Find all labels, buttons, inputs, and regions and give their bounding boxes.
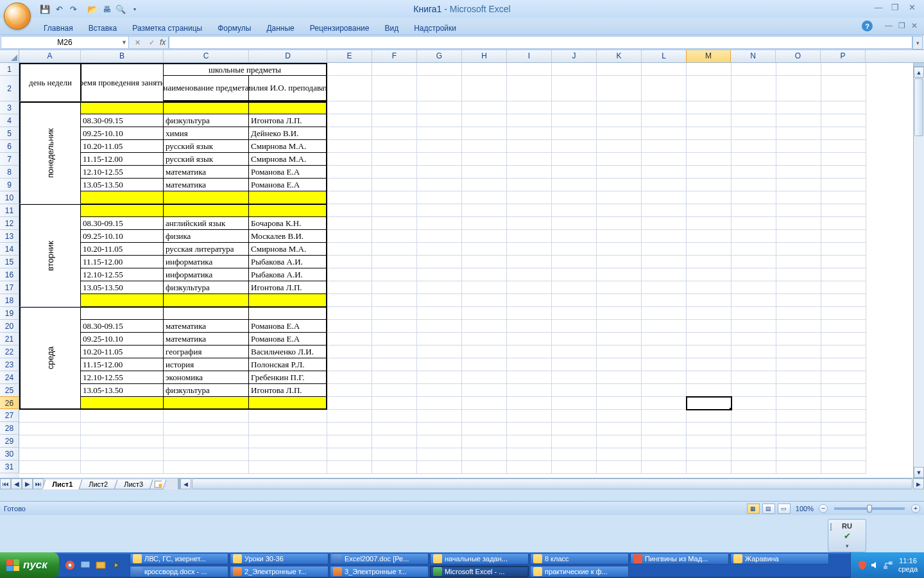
cell-time[interactable]: 12.10-12.55 xyxy=(81,166,164,179)
qat-preview-icon[interactable]: 🔍 xyxy=(114,3,127,15)
hscroll-right-icon[interactable]: ▶ xyxy=(913,478,924,489)
zoom-out-button[interactable]: − xyxy=(819,504,828,513)
row-header-1[interactable]: 1 xyxy=(0,63,19,76)
cell-subject[interactable]: география xyxy=(164,346,249,358)
row-header-22[interactable]: 22 xyxy=(0,346,19,358)
langbar-option-icon[interactable]: ✔ xyxy=(844,531,851,541)
cell-time[interactable]: 13.05-13.50 xyxy=(81,179,164,191)
row-header-29[interactable]: 29 xyxy=(0,435,19,448)
cell-subject[interactable]: история xyxy=(164,358,249,371)
cell-day-1[interactable]: вторник xyxy=(19,204,81,307)
tab-view[interactable]: Вид xyxy=(377,20,406,35)
cell-teacher[interactable]: Васильченко Л.И. xyxy=(249,346,327,358)
cell-teacher[interactable]: Романова Е.А xyxy=(249,179,327,191)
cell-time[interactable]: 13.05-13.50 xyxy=(81,384,164,397)
formula-bar-expand-icon[interactable]: ▾ xyxy=(912,36,923,49)
cell-D2[interactable]: Фамилия И.О. преподавателя xyxy=(249,76,327,101)
hscroll-track[interactable]: ◀ ▶ xyxy=(178,478,924,489)
row-header-14[interactable]: 14 xyxy=(0,243,19,256)
col-header-N[interactable]: N xyxy=(731,50,776,62)
cell-subject[interactable]: экономика xyxy=(164,371,249,384)
cell-teacher[interactable]: Романова Е.А xyxy=(249,333,327,346)
cell-subject[interactable]: русская литература xyxy=(164,243,249,256)
row-header-31[interactable]: 31 xyxy=(0,460,19,473)
wb-restore[interactable]: ❐ xyxy=(896,21,907,31)
fx-icon[interactable]: fx xyxy=(160,38,166,47)
tab-pagelayout[interactable]: Разметка страницы xyxy=(124,20,210,35)
cell-time[interactable]: 11.15-12.00 xyxy=(81,153,164,166)
taskbar-item[interactable]: ЛВС, ГС, изернет... xyxy=(130,553,228,565)
tab-review[interactable]: Рецензирование xyxy=(302,20,377,35)
vscroll-thumb[interactable] xyxy=(914,78,923,136)
cell-subject[interactable]: физика xyxy=(164,230,249,243)
cell-day-2[interactable]: среда xyxy=(19,307,81,410)
cell-time[interactable]: 10.20-11.05 xyxy=(81,346,164,358)
cell-teacher[interactable]: Смирнова М.А. xyxy=(249,243,327,256)
taskbar-item[interactable]: начальные задан... xyxy=(430,553,529,565)
taskbar-item[interactable]: кроссворд.docx - ... xyxy=(130,566,228,577)
view-normal-icon[interactable]: ▦ xyxy=(747,504,760,514)
cell-teacher[interactable]: Игонтова Л.П. xyxy=(249,114,327,127)
cell-subject[interactable]: физкультура xyxy=(164,281,249,294)
col-header-F[interactable]: F xyxy=(372,50,417,62)
cell-teacher[interactable]: Дейнеко В.И. xyxy=(249,127,327,140)
col-header-M[interactable]: M xyxy=(686,50,731,62)
cell-teacher[interactable]: Романова Е.А xyxy=(249,320,327,333)
tab-formulas[interactable]: Формулы xyxy=(210,20,259,35)
row-header-12[interactable]: 12 xyxy=(0,217,19,230)
vertical-scrollbar[interactable]: ▲ ▼ xyxy=(913,63,924,478)
cell-time[interactable]: 11.15-12.00 xyxy=(81,358,164,371)
tab-insert[interactable]: Вставка xyxy=(81,20,125,35)
row-header-20[interactable]: 20 xyxy=(0,320,19,333)
help-icon[interactable]: ? xyxy=(862,21,873,31)
col-header-O[interactable]: O xyxy=(776,50,821,62)
row-header-4[interactable]: 4 xyxy=(0,114,19,127)
row-header-15[interactable]: 15 xyxy=(0,256,19,268)
ql-chrome-icon[interactable] xyxy=(63,556,77,574)
cell-subject[interactable]: информатика xyxy=(164,268,249,281)
cell-time[interactable]: 12.10-12.55 xyxy=(81,371,164,384)
ql-outlook-icon[interactable] xyxy=(94,556,108,574)
maximize-button[interactable]: ❐ xyxy=(887,1,903,13)
cell-teacher[interactable]: Романова Е.А xyxy=(249,166,327,179)
qat-save-icon[interactable]: 💾 xyxy=(38,3,51,15)
ql-desktop-icon[interactable] xyxy=(78,556,92,574)
language-bar[interactable]: RU ✔ ▾ xyxy=(828,519,866,552)
col-header-E[interactable]: E xyxy=(327,50,372,62)
cell-teacher[interactable]: Игонтова Л.П. xyxy=(249,281,327,294)
cell-subject[interactable]: математика xyxy=(164,166,249,179)
cell-subject[interactable]: химия xyxy=(164,127,249,140)
zoom-level[interactable]: 100% xyxy=(796,505,814,512)
col-header-D[interactable]: D xyxy=(249,50,327,62)
tray-clock[interactable]: 11:16 среда xyxy=(898,557,918,574)
cell-time[interactable]: 09.25-10.10 xyxy=(81,230,164,243)
row-header-10[interactable]: 10 xyxy=(0,191,19,204)
cell-time[interactable]: 12.10-12.55 xyxy=(81,268,164,281)
name-box[interactable]: M26 ▼ xyxy=(1,36,129,49)
minimize-button[interactable]: — xyxy=(870,1,887,13)
cell-C2[interactable]: наименование предмета xyxy=(164,76,249,101)
row-header-7[interactable]: 7 xyxy=(0,153,19,166)
row-header-11[interactable]: 11 xyxy=(0,204,19,217)
formula-input[interactable] xyxy=(169,36,912,49)
wb-minimize[interactable]: — xyxy=(883,21,894,31)
col-header-L[interactable]: L xyxy=(642,50,687,62)
sheet-nav-next-icon[interactable]: ▶ xyxy=(22,478,33,489)
cell-subject[interactable]: физкультура xyxy=(164,114,249,127)
select-all-corner[interactable] xyxy=(0,50,19,62)
cell-time[interactable]: 09.25-10.10 xyxy=(81,333,164,346)
active-cell[interactable] xyxy=(687,397,732,410)
qat-quickprint-icon[interactable]: 🖶 xyxy=(100,3,113,15)
sheet-nav-prev-icon[interactable]: ◀ xyxy=(11,478,22,489)
close-button[interactable]: ✕ xyxy=(903,1,920,13)
tab-data[interactable]: Данные xyxy=(259,20,302,35)
cell-time[interactable]: 09.25-10.10 xyxy=(81,127,164,140)
hscroll-left-icon[interactable]: ◀ xyxy=(180,478,191,489)
zoom-slider[interactable] xyxy=(834,507,905,510)
zoom-in-button[interactable]: + xyxy=(911,504,920,513)
row-header-23[interactable]: 23 xyxy=(0,358,19,371)
cell-time[interactable]: 08.30-09.15 xyxy=(81,217,164,230)
tray-network-icon[interactable] xyxy=(883,560,893,570)
langbar-lang[interactable]: RU xyxy=(842,522,852,530)
row-header-24[interactable]: 24 xyxy=(0,371,19,384)
